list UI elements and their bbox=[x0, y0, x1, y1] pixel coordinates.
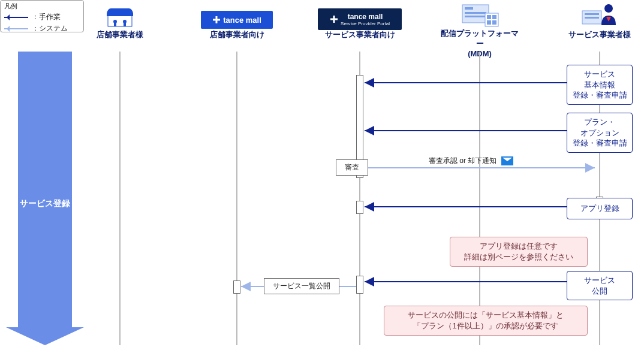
lane-label-sp-mall: サービス事業者向け bbox=[318, 30, 402, 40]
action-plan-option: プラン・ オプション 登録・審査申請 bbox=[567, 113, 633, 153]
service-provider-icon bbox=[579, 2, 621, 31]
svg-rect-16 bbox=[492, 15, 496, 19]
lifeline-shop bbox=[119, 52, 121, 345]
lane-label-shop-mall: 店舗事業者向け bbox=[195, 30, 279, 40]
legend-label-system: ：システム bbox=[32, 23, 68, 34]
legend-arrow-manual-icon bbox=[4, 17, 28, 18]
svg-rect-12 bbox=[465, 12, 486, 14]
lifeline-mdm bbox=[479, 52, 480, 345]
note-publish-requirement: サービスの公開には「サービス基本情報」と 「プラン（1件以上）」の承認が必要です bbox=[384, 306, 588, 336]
action-app-register: アプリ登録 bbox=[567, 198, 633, 219]
tance-mall-sp-sub: Service Provider Portal bbox=[341, 21, 390, 26]
svg-rect-20 bbox=[585, 13, 599, 15]
legend-row-manual: ：手作業 bbox=[4, 12, 80, 22]
svg-rect-15 bbox=[487, 15, 491, 19]
legend-title: 凡例 bbox=[4, 2, 80, 11]
svg-rect-21 bbox=[585, 17, 599, 19]
shop-owner-icon bbox=[99, 5, 141, 31]
svg-rect-11 bbox=[465, 7, 473, 10]
legend-label-manual: ：手作業 bbox=[32, 12, 61, 22]
mdm-platform-icon bbox=[459, 2, 501, 29]
svg-rect-17 bbox=[487, 20, 491, 25]
legend-arrow-system-icon bbox=[4, 28, 28, 29]
tance-mall-shop-text: tance mall bbox=[223, 16, 261, 25]
svg-rect-13 bbox=[465, 16, 486, 17]
note-app-optional: アプリ登録は任意です 詳細は別ページを参照ください bbox=[450, 237, 588, 267]
review-result-label: 審査承認 or 却下通知 bbox=[429, 156, 513, 166]
legend-box: 凡例 ：手作業 ：システム bbox=[0, 0, 84, 32]
lifeline-shop-mall bbox=[236, 52, 237, 345]
mail-icon bbox=[501, 156, 513, 165]
svg-point-22 bbox=[604, 4, 613, 13]
activation-sp-mall-2 bbox=[356, 201, 363, 214]
lane-label-sp: サービス事業者様 bbox=[558, 30, 642, 40]
activation-shop-mall bbox=[233, 280, 240, 294]
action-service-publish: サービス 公開 bbox=[567, 271, 633, 300]
action-service-basic: サービス 基本情報 登録・審査申請 bbox=[567, 65, 633, 105]
svg-rect-7 bbox=[213, 19, 220, 21]
tance-mall-sp-text: tance mall bbox=[348, 13, 383, 21]
phase-column: サービス登録 bbox=[6, 52, 84, 345]
svg-rect-18 bbox=[492, 20, 496, 25]
svg-rect-4 bbox=[114, 23, 116, 26]
svg-rect-1 bbox=[107, 13, 133, 16]
tance-mall-sp-badge: tance mall Service Provider Portal bbox=[318, 8, 402, 30]
activation-sp-mall-3 bbox=[356, 276, 363, 294]
plus-icon bbox=[212, 16, 221, 24]
sequence-arrows bbox=[0, 0, 644, 356]
svg-rect-5 bbox=[124, 23, 126, 26]
tance-mall-shop-badge: tance mall bbox=[201, 11, 273, 29]
svg-rect-9 bbox=[330, 19, 338, 20]
phase-label: サービス登録 bbox=[18, 198, 72, 209]
publish-list-label: サービス一覧公開 bbox=[264, 278, 339, 294]
legend-row-system: ：システム bbox=[4, 23, 80, 34]
plus-icon bbox=[330, 15, 338, 23]
review-box: 審査 bbox=[336, 159, 368, 176]
lane-label-shop: 店舗事業者様 bbox=[78, 30, 162, 40]
